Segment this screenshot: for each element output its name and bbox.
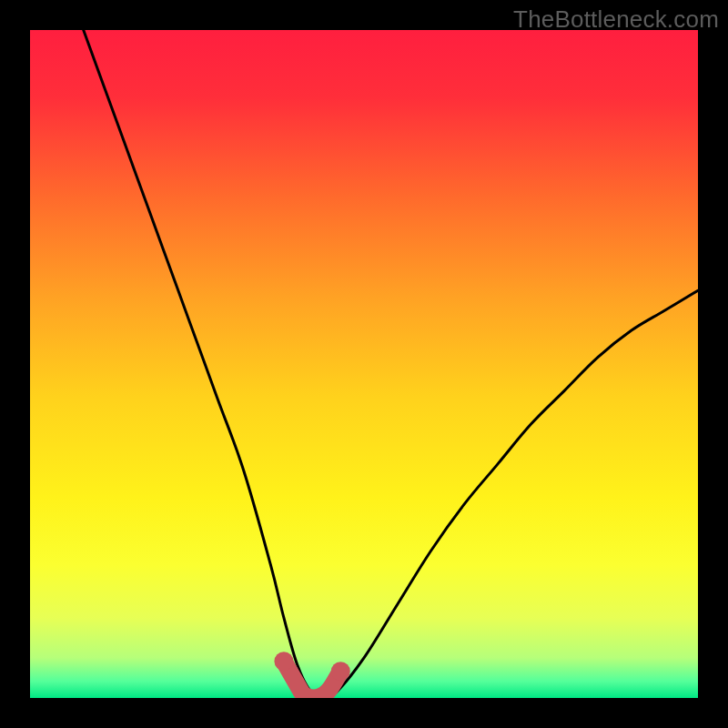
gradient-background	[30, 30, 698, 698]
chart-svg	[30, 30, 698, 698]
plot-area	[30, 30, 698, 698]
highlight-endpoint	[274, 652, 293, 671]
chart-frame: TheBottleneck.com	[0, 0, 728, 728]
highlight-endpoint	[331, 662, 350, 681]
